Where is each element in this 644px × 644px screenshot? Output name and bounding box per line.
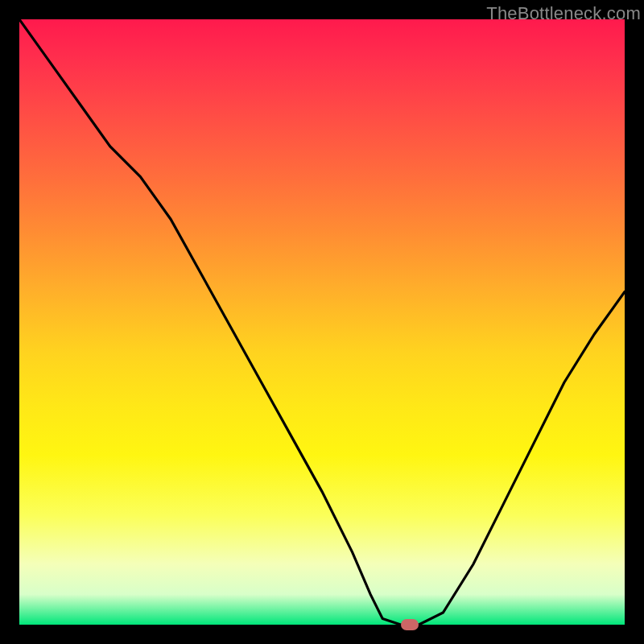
chart-frame: TheBottleneck.com: [0, 0, 644, 644]
plot-area: [19, 19, 625, 625]
bottleneck-curve: [19, 19, 625, 625]
optimum-marker: [401, 619, 419, 630]
curve-path: [19, 19, 625, 625]
